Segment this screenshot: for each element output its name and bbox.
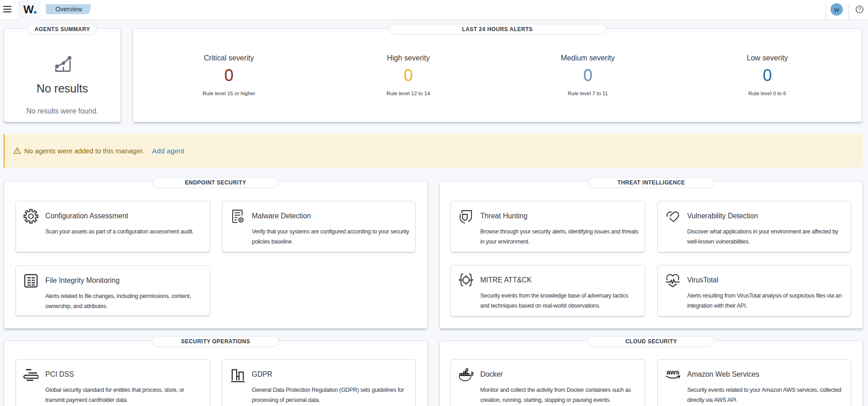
svg-text:?: ? [858,6,861,12]
